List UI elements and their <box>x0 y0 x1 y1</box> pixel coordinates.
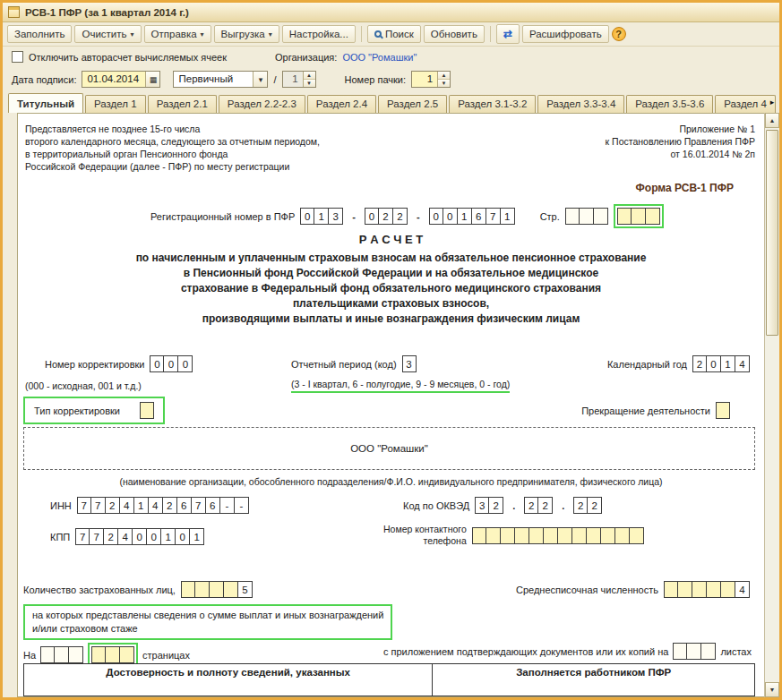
form-cell[interactable]: 0 <box>365 208 379 225</box>
form-cell[interactable] <box>617 208 632 225</box>
form-cell[interactable]: 4 <box>735 355 750 372</box>
phone-cells[interactable] <box>472 527 644 544</box>
search-button[interactable]: Поиск <box>367 25 421 43</box>
form-cell[interactable]: 0 <box>443 208 458 225</box>
correction-number-cells[interactable]: 000 <box>150 355 193 372</box>
average-headcount-cells[interactable]: 4 <box>664 581 750 598</box>
form-cell[interactable]: 0 <box>147 528 161 545</box>
organization-name-box[interactable]: ООО "Ромашки" <box>23 427 755 470</box>
form-cell[interactable] <box>687 643 701 660</box>
insured-count-cells[interactable]: 5 <box>181 581 253 598</box>
pack-number-input[interactable]: 1 ▲▼ <box>411 71 451 88</box>
scrollbar-thumb[interactable] <box>766 130 778 336</box>
tab-razdel-1[interactable]: Раздел 1 <box>85 95 146 113</box>
form-cell[interactable]: 1 <box>161 528 176 545</box>
form-cell[interactable] <box>721 581 735 598</box>
form-cell[interactable]: 3 <box>475 497 489 514</box>
form-cell[interactable]: 6 <box>206 497 220 514</box>
scrollbar-track[interactable] <box>765 128 779 682</box>
form-cell[interactable] <box>224 581 238 598</box>
tab-razdel-3-1-3-2[interactable]: Раздел 3.1-3.2 <box>449 95 536 113</box>
tab-razdel-3-5-3-6[interactable]: Раздел 3.5-3.6 <box>626 95 713 113</box>
revision-input[interactable]: 1 ▲▼ <box>282 71 316 88</box>
form-cell[interactable]: 6 <box>472 208 486 225</box>
form-cell[interactable] <box>673 643 687 660</box>
form-cell[interactable]: 0 <box>164 355 178 372</box>
tab-razdel-2-1[interactable]: Раздел 2.1 <box>148 95 217 113</box>
autocalc-checkbox[interactable] <box>12 51 23 63</box>
form-cell[interactable]: 1 <box>314 208 329 225</box>
form-cell[interactable] <box>210 581 224 598</box>
form-cell[interactable]: 2 <box>692 355 707 372</box>
spin-up-icon[interactable]: ▲ <box>304 72 315 79</box>
sign-date-input[interactable]: 01.04.2014 ▦ <box>82 71 160 88</box>
form-cell[interactable] <box>69 646 83 663</box>
form-cell[interactable] <box>594 208 608 225</box>
settings-button[interactable]: Настройка... <box>282 25 356 43</box>
form-cell[interactable] <box>91 646 106 663</box>
form-cell[interactable] <box>664 581 678 598</box>
form-cell[interactable] <box>40 646 55 663</box>
form-cell[interactable]: 2 <box>106 497 120 514</box>
calendar-year-cells[interactable]: 2014 <box>692 355 750 372</box>
tab-razdel-2-5[interactable]: Раздел 2.5 <box>378 95 447 113</box>
form-cell[interactable]: 0 <box>133 528 147 545</box>
attachments-cells[interactable] <box>673 643 716 660</box>
scroll-down-icon[interactable]: ▼ <box>765 682 779 697</box>
form-cell[interactable]: 4 <box>735 581 750 598</box>
form-cell[interactable] <box>472 527 486 544</box>
okved-cells-1[interactable]: 32 <box>475 497 503 514</box>
form-cell[interactable] <box>486 527 501 544</box>
form-cell[interactable] <box>140 402 154 419</box>
form-cell[interactable]: 2 <box>104 528 118 545</box>
form-cell[interactable] <box>601 527 615 544</box>
fill-button[interactable]: Заполнить <box>7 25 72 43</box>
reg-number-cells-2[interactable]: 022 <box>365 208 408 225</box>
form-cell[interactable] <box>106 646 120 663</box>
form-cell[interactable]: 0 <box>707 355 721 372</box>
form-cell[interactable]: 2 <box>489 497 503 514</box>
form-cell[interactable] <box>515 527 529 544</box>
form-cell[interactable]: 0 <box>178 355 193 372</box>
form-cell[interactable]: 3 <box>329 208 343 225</box>
scroll-up-icon[interactable]: ▲ <box>765 113 779 128</box>
form-cell[interactable] <box>692 581 707 598</box>
correction-type-cells[interactable] <box>140 402 154 419</box>
form-cell[interactable] <box>544 527 558 544</box>
form-cell[interactable]: 2 <box>588 497 602 514</box>
form-cell[interactable]: 2 <box>538 497 553 514</box>
okved-cells-3[interactable]: 22 <box>573 497 602 514</box>
tab-razdel-3-3-3-4[interactable]: Раздел 3.3-3.4 <box>537 95 624 113</box>
form-cell[interactable] <box>572 527 587 544</box>
help-icon[interactable]: ? <box>612 27 626 41</box>
decrypt-button[interactable]: Расшифровать <box>522 25 609 43</box>
form-cell[interactable] <box>707 581 721 598</box>
form-cell[interactable]: 1 <box>458 208 472 225</box>
pages-cells[interactable] <box>40 646 83 663</box>
form-cell[interactable]: 5 <box>238 581 253 598</box>
refresh-button[interactable]: Обновить <box>424 25 485 43</box>
form-cell[interactable]: 0 <box>176 528 190 545</box>
calendar-icon[interactable]: ▦ <box>145 72 159 87</box>
form-cell[interactable] <box>181 581 195 598</box>
clear-button[interactable]: Очистить▾ <box>74 25 141 43</box>
form-cell[interactable] <box>615 527 630 544</box>
form-cell[interactable] <box>580 208 594 225</box>
tab-razdel-2-4[interactable]: Раздел 2.4 <box>307 95 376 113</box>
reg-number-cells-3[interactable]: 001671 <box>429 208 515 225</box>
form-cell[interactable] <box>701 643 716 660</box>
revision-spinner[interactable]: ▲▼ <box>303 72 315 87</box>
form-cell[interactable]: 2 <box>573 497 588 514</box>
form-cell[interactable]: 0 <box>300 208 314 225</box>
page-cells[interactable] <box>565 208 608 225</box>
spin-up-icon[interactable]: ▲ <box>438 72 450 79</box>
page-cells-highlighted[interactable] <box>617 208 660 225</box>
form-cell[interactable] <box>195 581 210 598</box>
unload-button[interactable]: Выгрузка▾ <box>214 25 279 43</box>
reg-number-cells-1[interactable]: 013 <box>300 208 343 225</box>
form-cell[interactable] <box>565 208 580 225</box>
form-cell[interactable] <box>120 646 134 663</box>
form-cell[interactable]: 7 <box>77 497 91 514</box>
form-cell[interactable]: 7 <box>192 497 206 514</box>
tab-scroll-button[interactable]: ▸ <box>766 95 778 109</box>
